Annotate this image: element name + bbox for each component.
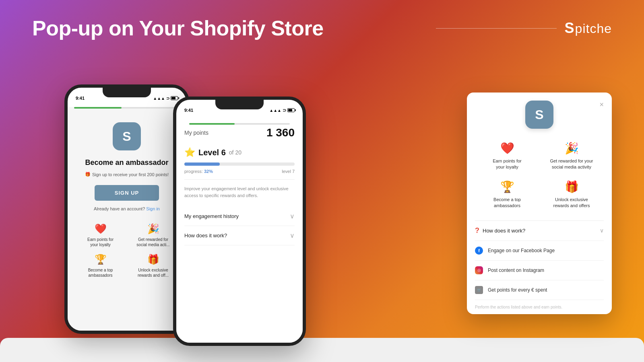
phone-1-app-icon: S [113, 122, 141, 150]
phone-1-feature-3: 🎁 Unlock exclusiverewards and off... [130, 254, 176, 278]
phone-2-level-progress-wrap [184, 162, 295, 166]
popup-feature-2-emoji: 🏆 [478, 180, 536, 193]
phone-2-progress-prefix: progress: 32% [184, 169, 213, 174]
popup-how-it-works-left: ? How does it work? [475, 226, 525, 235]
popup-feature-3: 🎁 Unlock exclusiverewards and offers [539, 175, 604, 214]
popup-feature-3-emoji: 🎁 [543, 180, 601, 193]
popup-feature-1-label: Get rewarded for yoursocial media activi… [543, 158, 601, 171]
phone-1-feature-3-emoji: 🎁 [147, 254, 159, 265]
phone-2-progress-percent: 32% [204, 169, 213, 174]
phone-1-progress-wrap [74, 107, 180, 109]
phone-2-progress-labels: progress: 32% level 7 [184, 169, 295, 174]
popup-panel: S × ❤️ Earn points foryour loyalty 🎉 Get… [467, 93, 612, 314]
phone-1-feature-3-label: Unlock exclusiverewards and off... [138, 267, 169, 278]
signal-icon: ▲▲▲ [153, 96, 165, 101]
phone-2-notch [215, 100, 264, 109]
phone-1-feature-0-emoji: ❤️ [95, 223, 107, 234]
phone-1-signup-button[interactable]: SIGN UP [95, 185, 159, 201]
header-divider [436, 28, 557, 29]
phone-1-feature-0-label: Earn points foryour loyalty [87, 237, 114, 247]
phone-2-level-next: level 7 [282, 169, 295, 174]
popup-feature-0: ❤️ Earn points foryour loyalty [475, 137, 539, 175]
popup-app-icon: S [525, 101, 553, 129]
phone-1-progress-fill [74, 107, 122, 109]
phone-1-feature-2-label: Become a topambassadors [88, 267, 113, 278]
popup-footer-text: Perform the actions listed above and ear… [467, 300, 612, 314]
facebook-icon: f [475, 247, 483, 255]
popup-header: S × [467, 93, 612, 133]
popup-how-it-works[interactable]: ? How does it work? ∨ [475, 221, 604, 241]
phone-2-how-it-works[interactable]: How does it work? ∨ [184, 226, 295, 245]
question-mark-icon: ? [475, 226, 479, 235]
phone-2-points-row: My points 1 360 [184, 126, 295, 139]
instagram-icon: ◎ [475, 266, 483, 274]
popup-feature-0-emoji: ❤️ [478, 142, 536, 155]
popup-accordion: ? How does it work? ∨ f Engage on our Fa… [467, 221, 612, 300]
phone-2-battery-icon [287, 108, 295, 112]
phone-1: 9:41 ▲▲▲ ⊃ S Become an ambassador 🎁 Sign… [64, 84, 189, 334]
phone-1-features: ❤️ Earn points foryour loyalty 🎉 Get rew… [77, 223, 176, 278]
popup-feature-3-label: Unlock exclusiverewards and offers [543, 197, 601, 209]
phone-2-points-value: 1 360 [266, 126, 295, 139]
phone-2-time: 9:41 [184, 108, 193, 113]
popup-feature-2-label: Become a topambassadors [478, 197, 536, 209]
phone-2: 9:41 ▲▲▲ ⊃ My points 1 360 ⭐ Level 6 of … [173, 97, 306, 346]
popup-feature-1-emoji: 🎉 [543, 142, 601, 155]
phone-1-feature-1-emoji: 🎉 [147, 223, 159, 234]
phone-1-feature-2-emoji: 🏆 [95, 254, 107, 265]
page-title: Pop-up on Your Shopify Store [32, 16, 324, 40]
popup-feature-0-label: Earn points foryour loyalty [478, 158, 536, 171]
phone-2-progress-fill [189, 123, 235, 125]
phone-1-signin: Already have an account? Sign in [77, 206, 176, 211]
phone-2-status-icons: ▲▲▲ ⊃ [269, 108, 295, 113]
phone-2-screen: My points 1 360 ⭐ Level 6 of 20 progress… [176, 117, 303, 343]
popup-facebook-row[interactable]: f Engage on our Facebook Page [475, 241, 604, 261]
phone-2-level-row: ⭐ Level 6 of 20 [184, 147, 295, 158]
header-right: S pitche [436, 20, 612, 37]
phone-2-how-it-works-chevron: ∨ [290, 232, 295, 239]
phone-1-feature-1: 🎉 Get rewarded forsocial media acti... [130, 223, 176, 247]
popup-how-it-works-chevron: ∨ [600, 227, 604, 234]
phone-2-level-of: of 20 [229, 149, 242, 156]
phone-1-screen: S Become an ambassador 🎁 Sign up to rece… [68, 107, 186, 332]
phone-1-time: 9:41 [76, 96, 85, 101]
phone-1-notch [103, 88, 151, 97]
logo-name: pitche [575, 21, 612, 36]
phone-1-status-icons: ▲▲▲ ⊃ [153, 96, 178, 101]
phone-2-level-label: Level 6 [198, 148, 226, 157]
phone-1-feature-2: 🏆 Become a topambassadors [77, 254, 124, 278]
phone-1-subtitle: 🎁 Sign up to receive your first 200 poin… [77, 172, 176, 177]
phone-2-star-icon: ⭐ [184, 147, 195, 158]
phone-2-engagement-chevron: ∨ [290, 212, 295, 220]
phone-2-wifi-icon: ⊃ [283, 108, 286, 113]
popup-close-button[interactable]: × [599, 101, 604, 109]
popup-cart-row[interactable]: 🛒 Get points for every € spent [475, 280, 604, 300]
phone-2-description: Improve your engagement level and unlock… [184, 179, 295, 199]
cart-icon: 🛒 [475, 286, 483, 294]
phone-1-content: S Become an ambassador 🎁 Sign up to rece… [68, 110, 186, 286]
bottom-strip [0, 338, 644, 362]
logo-s-letter: S [565, 20, 574, 37]
popup-feature-1: 🎉 Get rewarded for yoursocial media acti… [539, 137, 604, 175]
phone-2-level-progress-fill [184, 162, 220, 166]
popup-instagram-row[interactable]: ◎ Post content on Instagram [475, 261, 604, 280]
phone-1-signin-link[interactable]: Sign in [146, 206, 160, 211]
popup-instagram-label: Post content on Instagram [488, 267, 604, 273]
header: Pop-up on Your Shopify Store S pitche [32, 16, 612, 40]
phone-2-my-points-label: My points [184, 130, 208, 136]
phone-2-engagement-history[interactable]: My engagement history ∨ [184, 207, 295, 226]
popup-feature-2: 🏆 Become a topambassadors [475, 175, 539, 214]
spitche-logo: S pitche [565, 20, 612, 37]
phone-1-title: Become an ambassador [77, 158, 176, 167]
phone-2-progress-wrap [189, 123, 290, 125]
popup-features-grid: ❤️ Earn points foryour loyalty 🎉 Get rew… [467, 133, 612, 220]
phone-2-signal-icon: ▲▲▲ [269, 108, 281, 113]
popup-cart-label: Get points for every € spent [488, 287, 604, 293]
phone-1-feature-0: ❤️ Earn points foryour loyalty [77, 223, 124, 247]
wifi-icon: ⊃ [166, 96, 169, 101]
popup-how-it-works-label: How does it work? [483, 228, 525, 234]
popup-facebook-label: Engage on our Facebook Page [488, 248, 604, 253]
phone-1-feature-1-label: Get rewarded forsocial media acti... [136, 237, 169, 247]
